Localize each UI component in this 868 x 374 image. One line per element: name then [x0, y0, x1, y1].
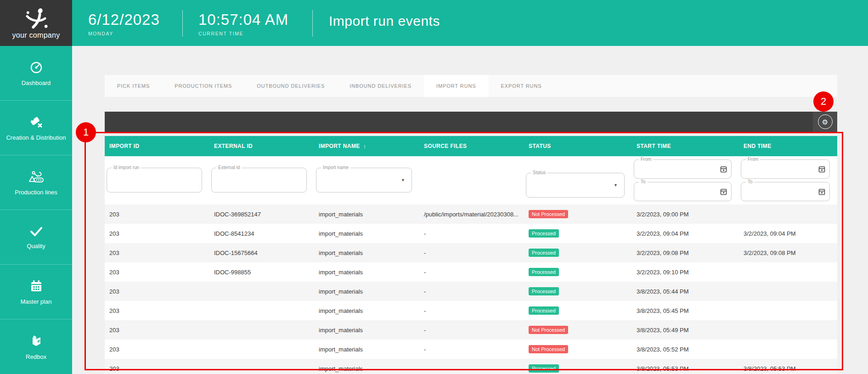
filter-end-time-from-field[interactable]: From	[741, 159, 830, 179]
tab-outbound-deliveries[interactable]: OUTBOUND DELIVERIES	[244, 75, 337, 97]
column-header-end-time[interactable]: END TIME	[739, 143, 837, 149]
sort-ascending-icon: ↑	[363, 143, 366, 150]
filter-row: Id import run External id Import name ▼ …	[105, 156, 837, 204]
table-row[interactable]: 203 import_materials - Not Processed 3/8…	[105, 320, 837, 340]
column-header-source-files[interactable]: SOURCE FILES	[419, 143, 524, 149]
cell-source-files: -	[419, 301, 524, 320]
calendar-icon[interactable]	[720, 188, 727, 195]
cell-end-time	[739, 301, 837, 320]
cell-external-id	[209, 320, 314, 340]
tab-production-items[interactable]: PRODUCTION ITEMS	[162, 75, 244, 97]
cell-import-name: import_materials	[314, 262, 419, 282]
current-day: MONDAY	[88, 31, 160, 36]
calendar-icon[interactable]	[818, 188, 825, 195]
filter-import-name-select[interactable]: Import name ▼	[316, 168, 412, 193]
status-badge: Not Processed	[529, 345, 568, 353]
sidebar-item-master-plan[interactable]: Master plan	[0, 265, 72, 319]
sidebar-item-label: Redbox	[23, 353, 49, 360]
sidebar-navigation: Dashboard Creation & Distribution	[0, 46, 72, 374]
table-row[interactable]: 203 import_materials - Processed 3/8/202…	[105, 282, 837, 301]
column-header-status[interactable]: STATUS	[524, 143, 632, 149]
sidebar-item-production-lines[interactable]: Production lines	[0, 155, 72, 210]
annotation-marker-1: 1	[76, 122, 96, 142]
table-row[interactable]: 203 IDOC-369852147 import_materials /pub…	[105, 204, 837, 224]
cell-import-name: import_materials	[314, 204, 419, 224]
cell-external-id	[209, 340, 314, 359]
status-badge: Not Processed	[529, 210, 568, 218]
cell-import-name: import_materials	[314, 243, 419, 262]
filter-start-to-input[interactable]	[634, 182, 731, 201]
table-row[interactable]: 203 IDOC-8541234 import_materials - Proc…	[105, 224, 837, 243]
cell-external-id: IDOC-369852147	[209, 204, 314, 224]
filter-start-time-to-field[interactable]: To	[634, 182, 732, 201]
filter-start-time-from-field[interactable]: From	[634, 159, 732, 179]
status-badge: Processed	[529, 306, 559, 315]
column-header-start-time[interactable]: START TIME	[632, 143, 739, 149]
status-badge: Processed	[529, 229, 559, 238]
table-row[interactable]: 203 import_materials - Not Processed 3/8…	[105, 340, 837, 359]
sidebar-item-label: Creation & Distribution	[3, 134, 68, 141]
tab-pick-items[interactable]: PICK ITEMS	[105, 75, 162, 97]
sidebar-item-dashboard[interactable]: Dashboard	[0, 46, 72, 101]
quality-checkmark-icon	[28, 225, 44, 238]
filter-end-time-to-field[interactable]: To	[741, 182, 830, 201]
cell-status: Processed	[524, 262, 632, 282]
column-label: STATUS	[529, 143, 551, 149]
calendar-icon[interactable]	[818, 165, 825, 173]
cell-import-name: import_materials	[314, 282, 419, 301]
creation-distribution-icon	[28, 115, 44, 130]
column-header-import-id[interactable]: IMPORT ID	[105, 143, 209, 149]
cell-import-id: 203	[105, 320, 209, 340]
date-block: 6/12/2023 MONDAY	[88, 12, 160, 36]
tab-label: PICK ITEMS	[117, 83, 150, 89]
column-label: SOURCE FILES	[424, 143, 467, 149]
time-block: 10:57:04 AM CURRENT TIME	[198, 12, 288, 36]
calendar-icon[interactable]	[720, 165, 727, 173]
current-time-label: CURRENT TIME	[198, 31, 288, 36]
filter-status-input[interactable]	[526, 173, 624, 197]
cell-source-files: -	[419, 282, 524, 301]
table-row[interactable]: 203 import_materials - Processed 3/8/202…	[105, 301, 837, 320]
settings-button[interactable]: ⚙	[813, 112, 837, 132]
status-badge: Not Processed	[529, 326, 568, 334]
filter-start-from-input[interactable]	[634, 160, 731, 178]
filter-id-import-run-field[interactable]: Id import run	[107, 168, 202, 193]
cell-start-time: 3/2/2023, 09:04 PM	[632, 224, 739, 243]
sidebar-item-quality[interactable]: Quality	[0, 210, 72, 265]
current-date: 6/12/2023	[88, 12, 160, 27]
company-name: your company	[12, 31, 60, 40]
cell-import-name: import_materials	[314, 320, 419, 340]
cell-end-time	[739, 204, 837, 224]
filter-id-import-run-input[interactable]	[107, 168, 202, 192]
table-row[interactable]: 203 IDOC-998855 import_materials - Proce…	[105, 262, 837, 282]
filter-end-to-input[interactable]	[741, 182, 829, 201]
filter-import-name-input[interactable]	[316, 168, 411, 192]
cell-start-time: 3/8/2023, 05:49 PM	[632, 320, 739, 340]
cell-import-id: 203	[105, 301, 209, 320]
tab-import-runs[interactable]: IMPORT RUNS	[424, 75, 489, 97]
sidebar-item-creation-distribution[interactable]: Creation & Distribution	[0, 101, 72, 155]
table-row[interactable]: 203 import_materials - Processed 3/8/202…	[105, 359, 837, 374]
tab-label: INBOUND DELIVERIES	[349, 83, 411, 89]
cell-end-time	[739, 320, 837, 340]
cell-source-files: -	[419, 224, 524, 243]
tab-label: EXPORT RUNS	[501, 83, 542, 89]
company-logo[interactable]: your company	[0, 0, 72, 46]
table-row[interactable]: 203 IDOC-15675664 import_materials - Pro…	[105, 243, 837, 262]
filter-label: From	[639, 157, 653, 162]
table-toolbar: ⚙	[105, 112, 837, 132]
cell-status: Not Processed	[524, 204, 632, 224]
filter-status-select[interactable]: Status ▼	[526, 173, 625, 198]
sidebar-item-redbox[interactable]: Redbox	[0, 319, 72, 374]
gear-icon: ⚙	[818, 114, 833, 129]
column-header-external-id[interactable]: EXTERNAL ID	[209, 143, 314, 149]
filter-end-from-input[interactable]	[741, 160, 829, 178]
filter-external-id-field[interactable]: External id	[211, 168, 307, 193]
filter-label: Status	[531, 170, 547, 176]
filter-external-id-input[interactable]	[212, 168, 306, 192]
master-plan-calendar-icon	[29, 279, 44, 294]
tab-export-runs[interactable]: EXPORT RUNS	[489, 75, 554, 97]
tab-inbound-deliveries[interactable]: INBOUND DELIVERIES	[337, 75, 424, 97]
column-header-import-name[interactable]: IMPORT NAME ↑	[314, 143, 419, 150]
cell-import-name: import_materials	[314, 340, 419, 359]
